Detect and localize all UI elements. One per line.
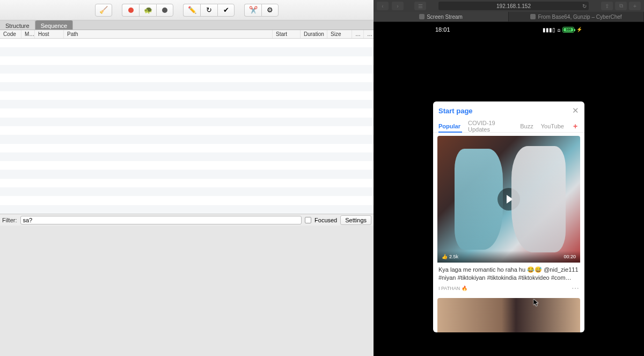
share-button[interactable]: ⇪ xyxy=(601,2,613,10)
proxy-app-window: 🧹 🐢 ✏️ ↻ ✔ ✂️ ⚙ Structure Sequence xyxy=(0,0,374,356)
table-row xyxy=(0,47,374,56)
topic-youtube[interactable]: YouTube xyxy=(541,123,564,129)
safari-window: ‹ › ☰ 192.168.1.152 ↻ ⇪ ⧉ + Screen Strea… xyxy=(374,0,644,356)
validate-button[interactable]: ✔ xyxy=(217,4,235,17)
filter-label: Filter: xyxy=(2,217,17,223)
tab-cyberchef[interactable]: From Base64, Gunzip – CyberChef xyxy=(509,12,644,21)
topic-buzz[interactable]: Buzz xyxy=(520,123,533,129)
url-field[interactable]: 192.168.1.152 ↻ xyxy=(438,2,589,10)
table-row xyxy=(0,196,374,205)
back-button[interactable]: ‹ xyxy=(377,2,389,10)
table-row xyxy=(0,100,374,108)
new-tab-button[interactable]: + xyxy=(629,2,641,10)
tools-button[interactable]: ✂️ xyxy=(244,4,261,17)
clock: 18:01 xyxy=(435,26,450,33)
request-table[interactable] xyxy=(0,39,374,214)
feed-item[interactable] xyxy=(437,298,580,332)
focused-checkbox[interactable] xyxy=(305,217,311,223)
tab-favicon-icon xyxy=(419,14,425,19)
wifi-icon: ⩍ xyxy=(558,27,560,33)
focused-label: Focused xyxy=(314,217,337,223)
video-caption: Kya laga me romantic ho raha hu 😂😅 @nid_… xyxy=(437,263,580,283)
breakpoint-button[interactable] xyxy=(156,4,173,17)
throttle-button[interactable]: 🐢 xyxy=(139,4,156,17)
more-icon[interactable]: ⋯ xyxy=(572,284,579,293)
table-header: Code M… Host Path Start Duration Size … … xyxy=(0,30,374,39)
tab-screen-stream[interactable]: Screen Stream xyxy=(374,12,509,21)
table-row xyxy=(0,161,374,170)
topic-popular[interactable]: Popular xyxy=(438,123,460,129)
col-host[interactable]: Host xyxy=(35,30,64,38)
filter-input[interactable] xyxy=(20,216,302,224)
table-row xyxy=(0,82,374,91)
play-icon[interactable] xyxy=(497,188,520,210)
video-thumbnail[interactable]: 👍 2.5k 00:20 xyxy=(437,136,580,263)
col-path[interactable]: Path xyxy=(64,30,273,38)
tab-sequence[interactable]: Sequence xyxy=(35,20,74,30)
col-more1[interactable]: … xyxy=(352,30,364,38)
table-row xyxy=(0,39,374,47)
col-start[interactable]: Start xyxy=(273,30,301,38)
video-duration: 00:20 xyxy=(564,254,576,259)
table-row xyxy=(0,56,374,65)
safari-tabs: Screen Stream From Base64, Gunzip – Cybe… xyxy=(374,12,644,22)
col-size[interactable]: Size xyxy=(327,30,352,38)
battery-icon: 100 xyxy=(562,27,574,33)
table-row xyxy=(0,118,374,126)
tab-favicon-icon xyxy=(530,14,536,19)
like-count: 👍 2.5k xyxy=(442,254,458,259)
topic-tabs: Popular COVID-19 Updates Buzz YouTube + xyxy=(433,120,584,133)
video-author: I PATHAN 🔥 ⋯ xyxy=(437,283,580,296)
forward-button[interactable]: › xyxy=(392,2,404,10)
topic-covid[interactable]: COVID-19 Updates xyxy=(468,120,513,133)
safari-toolbar: ‹ › ☰ 192.168.1.152 ↻ ⇪ ⧉ + xyxy=(374,0,644,12)
detail-pane-empty xyxy=(0,226,374,356)
charging-icon: ⚡ xyxy=(576,27,582,32)
phone-status-bar: 18:01 ▮▮▮▯ ⩍ 100 ⚡ xyxy=(429,24,589,35)
table-row xyxy=(0,187,374,196)
col-code[interactable]: Code xyxy=(0,30,21,38)
table-row xyxy=(0,179,374,187)
tab-label: Screen Stream xyxy=(427,14,463,20)
sidebar-button[interactable]: ☰ xyxy=(414,2,426,10)
table-row xyxy=(0,65,374,74)
view-tabs: Structure Sequence xyxy=(0,20,374,30)
settings-button[interactable]: ⚙ xyxy=(261,4,279,17)
tabs-button[interactable]: ⧉ xyxy=(615,2,627,10)
edit-button[interactable]: ✏️ xyxy=(183,4,200,17)
broom-icon[interactable]: 🧹 xyxy=(95,4,112,17)
card-title: Start page xyxy=(438,107,473,115)
start-page-card: Start page ✕ Popular COVID-19 Updates Bu… xyxy=(433,101,584,332)
feed-item[interactable]: 👍 2.5k 00:20 Kya laga me romantic ho rah… xyxy=(437,136,580,296)
repeat-button[interactable]: ↻ xyxy=(200,4,217,17)
table-row xyxy=(0,205,374,214)
filter-bar: Filter: Focused Settings xyxy=(0,214,374,226)
feed[interactable]: 👍 2.5k 00:20 Kya laga me romantic ho rah… xyxy=(433,133,584,332)
table-row xyxy=(0,91,374,100)
record-button[interactable] xyxy=(122,4,139,17)
table-row xyxy=(0,144,374,152)
col-more2[interactable]: … xyxy=(364,30,374,38)
thumbs-up-icon: 👍 xyxy=(442,254,448,259)
toolbar: 🧹 🐢 ✏️ ↻ ✔ ✂️ ⚙ xyxy=(0,0,374,20)
screen-stream-viewport: 18:01 ▮▮▮▯ ⩍ 100 ⚡ Start page ✕ xyxy=(374,22,644,356)
table-row xyxy=(0,152,374,161)
table-row xyxy=(0,170,374,178)
col-method[interactable]: M… xyxy=(21,30,35,38)
col-duration[interactable]: Duration xyxy=(301,30,327,38)
tab-structure[interactable]: Structure xyxy=(0,20,35,30)
table-row xyxy=(0,135,374,143)
table-row xyxy=(0,74,374,82)
reload-icon[interactable]: ↻ xyxy=(582,3,587,9)
add-topic-button[interactable]: + xyxy=(572,122,579,130)
filter-settings-button[interactable]: Settings xyxy=(340,215,371,225)
url-text: 192.168.1.152 xyxy=(496,3,531,9)
table-row xyxy=(0,126,374,135)
phone-screen: 18:01 ▮▮▮▯ ⩍ 100 ⚡ Start page ✕ xyxy=(429,24,589,356)
table-row xyxy=(0,108,374,117)
tab-label: From Base64, Gunzip – CyberChef xyxy=(538,14,621,20)
close-icon[interactable]: ✕ xyxy=(572,106,579,115)
signal-icon: ▮▮▮▯ xyxy=(543,27,555,33)
